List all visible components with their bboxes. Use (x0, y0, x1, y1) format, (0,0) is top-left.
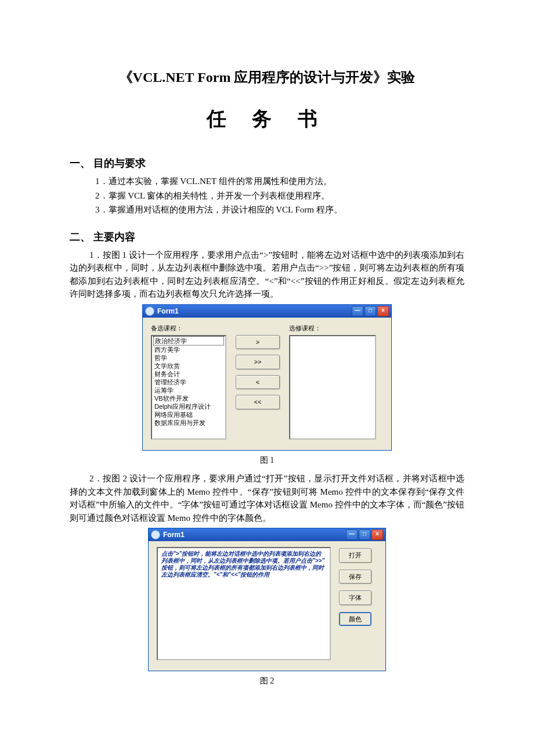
window-title: Form1 (163, 530, 346, 540)
font-button[interactable]: 字体 (339, 591, 371, 605)
left-column: 备选课程： 政治经济学 西方美学 哲学 文学欣赏 财务会计 管理经济学 运筹学 … (151, 323, 226, 440)
list-item[interactable]: 西方美学 (152, 345, 225, 354)
memo-line: 按钮，则可将左边列表框的所有项都添加到右边列表框中，同时 (161, 564, 326, 571)
transfer-buttons: > >> < << (236, 335, 280, 440)
list-item[interactable]: 运筹学 (152, 386, 225, 394)
maximize-button[interactable]: □ (359, 530, 370, 540)
close-button[interactable]: × (377, 306, 389, 316)
section-2-para-1: 1．按图 1 设计一个应用程序，要求用户点击“>”按钮时，能将左边对话框中选中的… (70, 249, 464, 301)
label-available-courses: 备选课程： (151, 323, 226, 333)
close-button[interactable]: × (371, 530, 383, 540)
listbox-available[interactable]: 政治经济学 西方美学 哲学 文学欣赏 财务会计 管理经济学 运筹学 VB软件开发… (151, 335, 226, 440)
section-1-item-2: 2．掌握 VCL 窗体的相关特性，并开发一个列表框使用程序。 (70, 189, 464, 203)
page-subtitle: 任 务 书 (70, 104, 464, 134)
app-icon (145, 307, 154, 316)
memo-line: 列表框中，同时，从左边列表框中删除选中项。若用户点击">>" (161, 557, 326, 564)
memo-textarea[interactable]: 点击">"按钮时，能将左边对话框中选中的列表项添加到右边的 列表框中，同时，从左… (157, 547, 331, 660)
list-item[interactable]: 网络应用基础 (152, 411, 225, 419)
move-left-button[interactable]: < (236, 375, 280, 390)
figure-1-caption: 图 1 (70, 454, 464, 466)
list-item[interactable]: 管理经济学 (152, 378, 225, 386)
move-all-left-button[interactable]: << (236, 395, 280, 409)
open-button[interactable]: 打开 (339, 548, 371, 563)
move-right-button[interactable]: > (236, 335, 280, 350)
section-2-para-2: 2．按图 2 设计一个应用程序，要求用户通过“打开”按钮，显示打开文件对话框，并… (70, 472, 464, 524)
window-title: Form1 (157, 306, 352, 316)
list-item[interactable]: 政治经济学 (153, 336, 224, 345)
memo-line: 左边列表框应清空。"<"和"<<"按钮的作用 (161, 571, 326, 578)
list-item[interactable]: 财务会计 (152, 370, 225, 378)
label-selected-courses: 选修课程： (289, 323, 376, 333)
section-2-head: 二、 主要内容 (70, 229, 464, 245)
section-1-head: 一、 目的与要求 (70, 156, 464, 171)
minimize-button[interactable]: — (352, 306, 363, 316)
save-button[interactable]: 保存 (339, 570, 371, 584)
maximize-button[interactable]: □ (365, 306, 376, 316)
page-title: 《VCL.NET Form 应用程序的设计与开发》实验 (70, 67, 464, 88)
action-buttons: 打开 保存 字体 颜色 (339, 548, 371, 660)
color-button[interactable]: 颜色 (339, 612, 371, 627)
app-icon (151, 530, 160, 539)
figure-1-window: Form1 — □ × 备选课程： 政治经济学 西方美学 哲学 文学欣赏 财务会… (142, 304, 392, 451)
list-item[interactable]: Delphi应用程序设计 (152, 402, 225, 411)
list-item[interactable]: 数据库应用与开发 (152, 419, 225, 427)
document-page: 《VCL.NET Form 应用程序的设计与开发》实验 任 务 书 一、 目的与… (0, 0, 534, 756)
minimize-button[interactable]: — (346, 530, 358, 540)
right-column: 选修课程： (289, 323, 376, 440)
list-item[interactable]: 哲学 (152, 354, 225, 362)
figure-2-window: Form1 — □ × 点击">"按钮时，能将左边对话框中选中的列表项添加到右边… (148, 528, 386, 671)
listbox-selected[interactable] (289, 335, 376, 440)
titlebar[interactable]: Form1 — □ × (143, 305, 391, 318)
list-item[interactable]: VB软件开发 (152, 394, 225, 402)
move-all-right-button[interactable]: >> (236, 355, 280, 369)
section-1-item-3: 3．掌握通用对话框的使用方法，并设计相应的 VCL Form 程序。 (70, 203, 464, 217)
section-1-item-1: 1．通过本实验，掌握 VCL.NET 组件的常用属性和使用方法。 (70, 175, 464, 188)
figure-2-caption: 图 2 (70, 675, 464, 687)
list-item[interactable]: 文学欣赏 (152, 362, 225, 370)
memo-line: 点击">"按钮时，能将左边对话框中选中的列表项添加到右边的 (161, 550, 326, 557)
titlebar[interactable]: Form1 — □ × (149, 528, 385, 541)
